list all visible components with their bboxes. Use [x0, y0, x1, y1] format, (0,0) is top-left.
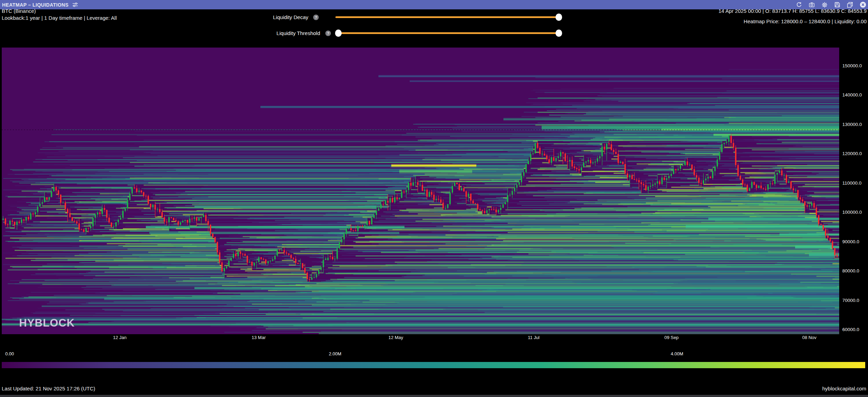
bottom-strip: [0, 395, 868, 397]
x-axis-tick: 12 Jan: [113, 335, 126, 340]
filter-sliders-icon[interactable]: [72, 2, 78, 8]
ohlc-readout: 14 Apr 2025 00:00 | O: 83713.7 H: 85755 …: [718, 8, 867, 14]
y-axis-tick: 60000.0: [842, 327, 859, 332]
liquidity-decay-handle[interactable]: [556, 14, 562, 21]
y-axis-tick: 70000.0: [842, 298, 859, 303]
y-axis-tick: 110000.0: [842, 180, 861, 186]
symbol-label: BTC (Binance): [2, 8, 36, 14]
liquidity-decay-slider[interactable]: [335, 16, 560, 18]
colorbar-tick: 0.00: [5, 351, 14, 356]
liquidity-threshold-help-icon[interactable]: ?: [325, 31, 331, 36]
refresh-icon[interactable]: [796, 2, 802, 8]
y-axis-tick: 80000.0: [842, 268, 859, 274]
x-axis-tick: 09 Sep: [664, 335, 678, 340]
liquidity-threshold-label: Liquidity Threshold: [243, 30, 320, 36]
liquidation-heatmap-chart[interactable]: [2, 48, 839, 334]
y-axis-tick: 150000.0: [842, 63, 862, 69]
x-axis-tick: 11 Jul: [528, 335, 540, 340]
close-icon[interactable]: [860, 1, 866, 8]
y-axis-tick: 100000.0: [842, 210, 862, 215]
liquidity-threshold-handle-max[interactable]: [556, 29, 562, 37]
liquidity-threshold-slider[interactable]: [337, 32, 560, 34]
colorbar-tick: 4.00M: [671, 351, 683, 356]
liquidity-threshold-handle-min[interactable]: [335, 29, 342, 37]
x-axis-tick: 12 May: [389, 335, 403, 340]
page-title: HEATMAP – LIQUIDATIONS: [0, 2, 69, 8]
lookback-settings-label: Lookback:1 year | 1 Day timeframe | Leve…: [2, 15, 117, 21]
y-axis-tick: 130000.0: [842, 122, 862, 127]
camera-icon[interactable]: [809, 2, 815, 8]
site-label: hyblockcapital.com: [822, 386, 866, 391]
settings-icon[interactable]: [821, 2, 828, 8]
y-axis-tick: 90000.0: [842, 239, 859, 245]
save-icon[interactable]: [834, 2, 840, 8]
hyblock-watermark: HYBLOCK: [19, 317, 75, 329]
heatmap-price-readout: Heatmap Price: 128000.0 – 128400.0 | Liq…: [744, 18, 867, 25]
x-axis-tick: 08 Nov: [802, 335, 816, 340]
y-axis-tick: 140000.0: [842, 92, 862, 98]
last-updated-label: Last Updated: 21 Nov 2025 17:26 (UTC): [2, 386, 95, 391]
y-axis-tick: 120000.0: [842, 151, 862, 157]
colorbar-tick: 2.00M: [329, 351, 341, 356]
liquidity-decay-help-icon[interactable]: ?: [313, 15, 319, 20]
layers-icon[interactable]: [847, 2, 853, 8]
x-axis-tick: 13 Mar: [252, 335, 266, 340]
liquidity-colorbar: [2, 362, 865, 368]
liquidity-decay-label: Liquidity Decay: [231, 14, 308, 20]
